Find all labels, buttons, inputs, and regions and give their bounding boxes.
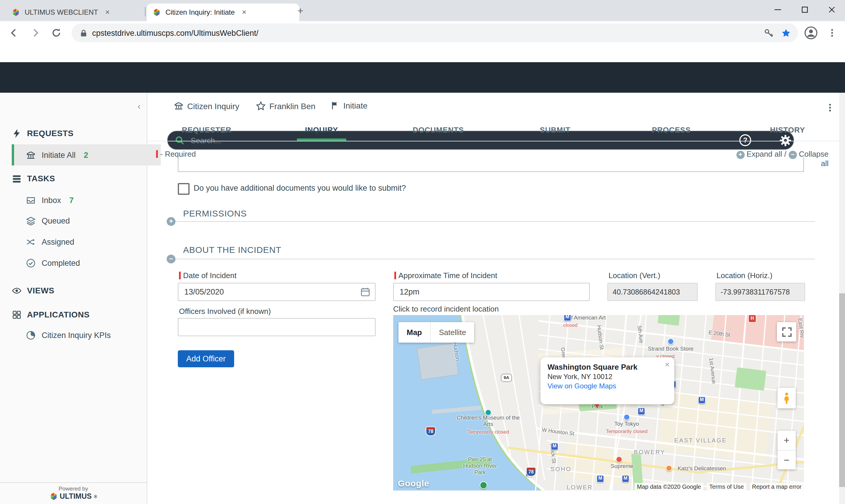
forward-icon[interactable] xyxy=(28,26,42,40)
browser-tab-citizen-inquiry[interactable]: Citizen Inquiry: Initiate × xyxy=(147,3,299,21)
applications-icon xyxy=(12,309,22,320)
map-infowindow: Washington Square Park New York, NY 1001… xyxy=(540,357,674,404)
ultimus-logo-small xyxy=(50,492,57,501)
infowindow-link[interactable]: View on Google Maps xyxy=(547,382,667,390)
profile-avatar[interactable] xyxy=(804,26,818,40)
tab-history[interactable]: HISTORY xyxy=(770,126,805,137)
tab-divider xyxy=(147,141,845,141)
browser-tab-ultimus[interactable]: ULTIMUS WEBCLIENT × xyxy=(6,3,156,21)
global-search xyxy=(167,131,794,150)
sidebar-item-queued[interactable]: Queued xyxy=(12,210,161,231)
incident-location-map[interactable]: of American ArtclosedHudson StGreenwich … xyxy=(393,315,804,490)
reload-icon[interactable] xyxy=(49,26,64,40)
help-icon[interactable]: ? xyxy=(738,133,752,147)
tab-title: Citizen Inquiry: Initiate xyxy=(165,8,235,16)
terms-of-use-link[interactable]: Terms of Use xyxy=(707,483,746,490)
window-minimize-button[interactable] xyxy=(764,0,791,19)
officers-involved-label: Officers Involved (if known) xyxy=(179,307,271,316)
map-attribution: Map data ©2020 Google Terms of Use Repor… xyxy=(635,483,804,490)
powered-by-text: Powered by xyxy=(0,485,147,492)
map-label: Strand Book Store xyxy=(648,345,693,352)
browser-menu-icon[interactable] xyxy=(825,26,839,40)
infowindow-close-icon[interactable]: × xyxy=(665,360,669,369)
tab-requester[interactable]: REQUESTER xyxy=(182,126,231,137)
map-label: Katz's Delicatessen xyxy=(678,465,726,471)
screen: ULTIMUS WEBCLIENT × Citizen Inquiry: Ini… xyxy=(0,0,845,504)
search-input[interactable] xyxy=(190,135,786,145)
sidebar-item-citizen-inquiry-kpis[interactable]: Citizen Inquiry KPIs xyxy=(12,324,161,346)
menu-list-icon[interactable] xyxy=(816,133,830,147)
map-marker-dot xyxy=(485,409,491,416)
time-of-incident-input[interactable] xyxy=(394,283,601,301)
back-icon[interactable] xyxy=(7,26,21,40)
new-tab-button[interactable]: + xyxy=(293,5,307,19)
map-marker-green xyxy=(480,481,487,489)
tab-submit[interactable]: SUBMIT xyxy=(540,126,570,137)
tab-inquiry[interactable]: INQUIRY xyxy=(305,126,338,137)
map-marker-shield78: 78 xyxy=(526,467,536,476)
sidebar-section-requests[interactable]: REQUESTS xyxy=(0,124,158,142)
permissions-expand-icon[interactable]: + xyxy=(167,217,176,226)
map-type-map-button[interactable]: Map xyxy=(398,322,430,343)
sidebar-section-views[interactable]: VIEWS xyxy=(0,282,158,299)
additional-docs-label: Do you have additional documents you wou… xyxy=(194,184,406,193)
star-icon xyxy=(256,101,266,111)
window-maximize-button[interactable] xyxy=(791,0,818,19)
map-marker-m: M xyxy=(622,475,629,483)
date-of-incident-input[interactable] xyxy=(178,283,387,301)
calendar-icon[interactable] xyxy=(360,287,370,297)
additional-docs-checkbox[interactable] xyxy=(178,183,190,195)
fullscreen-icon xyxy=(782,327,791,337)
map-type-control: Map Satellite xyxy=(398,322,474,343)
lock-icon xyxy=(80,29,87,37)
fullscreen-button[interactable] xyxy=(777,322,796,341)
tab-documents[interactable]: DOCUMENTS xyxy=(413,126,464,137)
map-label: Supreme xyxy=(611,463,633,469)
pie-chart-icon xyxy=(26,330,36,340)
bookmark-star-icon[interactable] xyxy=(781,28,791,38)
password-key-icon[interactable] xyxy=(764,28,774,38)
eye-icon xyxy=(12,285,22,295)
zoom-out-button[interactable]: − xyxy=(777,451,796,470)
about-collapse-icon[interactable]: − xyxy=(167,255,176,264)
breadcrumb-requester: Franklin Ben xyxy=(256,101,316,111)
add-officer-button[interactable]: Add Officer xyxy=(178,350,234,367)
sidebar-section-tasks[interactable]: TASKS xyxy=(0,169,158,187)
map-marker-dot xyxy=(667,338,674,345)
window-close-button[interactable] xyxy=(818,0,845,19)
time-of-incident-field xyxy=(393,283,590,301)
sidebar-item-completed[interactable]: Completed xyxy=(12,252,161,273)
location-vert-field xyxy=(607,283,698,301)
map-type-satellite-button[interactable]: Satellite xyxy=(430,322,474,343)
zoom-in-button[interactable]: + xyxy=(777,431,796,451)
map-label: East Riv xyxy=(796,318,804,338)
map-marker-shield9: 9A xyxy=(501,374,512,382)
sidebar-item-inbox[interactable]: Inbox 7 xyxy=(12,190,161,211)
sidebar-section-applications[interactable]: APPLICATIONS xyxy=(0,306,158,323)
sidebar-item-initiate-all[interactable]: Initiate All 2 xyxy=(12,144,161,165)
report-error-link[interactable]: Report a map error xyxy=(750,483,804,490)
pegman-control[interactable] xyxy=(777,388,796,408)
officers-involved-input[interactable] xyxy=(178,319,387,336)
comments-textarea-bottom[interactable] xyxy=(178,157,804,172)
map-label: BOWERY xyxy=(634,449,665,456)
map-marker-shield78: 78 xyxy=(426,427,436,436)
map-label: E 20th St xyxy=(708,329,731,338)
page-top-whitespace xyxy=(0,44,845,62)
map-label: 1st Avenue xyxy=(708,358,717,384)
breadcrumb-process: Citizen Inquiry xyxy=(174,101,239,111)
ultimus-favicon xyxy=(152,8,161,16)
tab-close-icon[interactable]: × xyxy=(239,7,249,17)
location-horiz-field xyxy=(715,283,805,301)
required-marker xyxy=(156,150,158,158)
tab-process[interactable]: PROCESS xyxy=(652,126,691,137)
tab-close-icon[interactable]: × xyxy=(103,7,112,17)
sidebar-collapse-icon[interactable]: ‹ xyxy=(134,101,144,111)
sidebar-item-assigned[interactable]: Assigned xyxy=(12,231,161,252)
address-bar[interactable]: cpstestdrive.ultimuscps.com/UltimusWebCl… xyxy=(72,23,798,42)
map-marker-hosp: H xyxy=(748,315,756,323)
form-menu-kebab-icon[interactable] xyxy=(825,102,834,113)
bank-icon xyxy=(174,101,184,111)
page-scrollbar-thumb[interactable] xyxy=(839,293,845,487)
map-label: Hudson xyxy=(452,341,461,361)
